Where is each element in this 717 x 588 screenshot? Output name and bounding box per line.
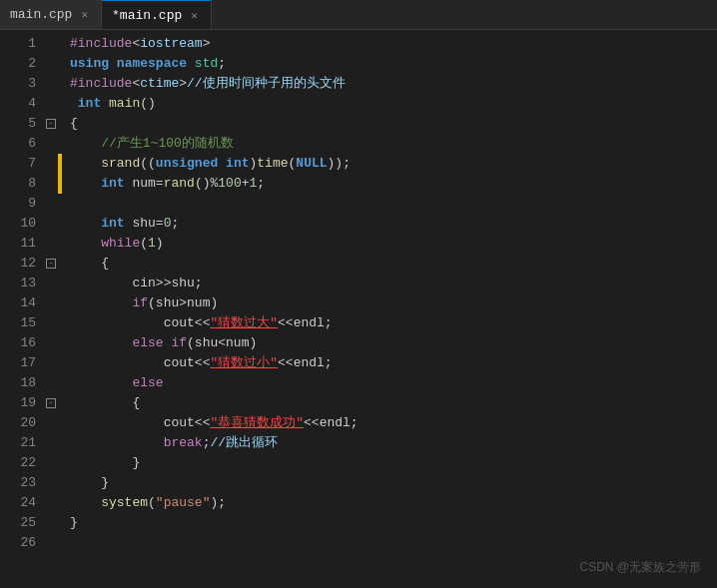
code-content: #include<iostream> using namespace std; …	[62, 30, 717, 588]
tab-label-modified: *main.cpp	[112, 8, 182, 23]
line-numbers: 12345 678910 1112131415 1617181920 21222…	[0, 30, 46, 588]
fold-icon-5[interactable]: -	[46, 114, 56, 134]
tab-main-cpp-modified[interactable]: *main.cpp ✕	[102, 0, 212, 29]
tab-bar: main.cpp ✕ *main.cpp ✕	[0, 0, 717, 30]
fold-icon-19[interactable]: -	[46, 393, 56, 413]
close-icon-2[interactable]: ✕	[188, 8, 201, 23]
close-icon[interactable]: ✕	[78, 7, 91, 22]
tab-label: main.cpp	[10, 7, 72, 22]
fold-gutter: - - -	[46, 30, 58, 588]
fold-icon-12[interactable]: -	[46, 254, 56, 274]
editor-area: 12345 678910 1112131415 1617181920 21222…	[0, 30, 717, 588]
tab-main-cpp[interactable]: main.cpp ✕	[0, 0, 102, 29]
watermark: CSDN @无案族之劳形	[579, 559, 701, 576]
